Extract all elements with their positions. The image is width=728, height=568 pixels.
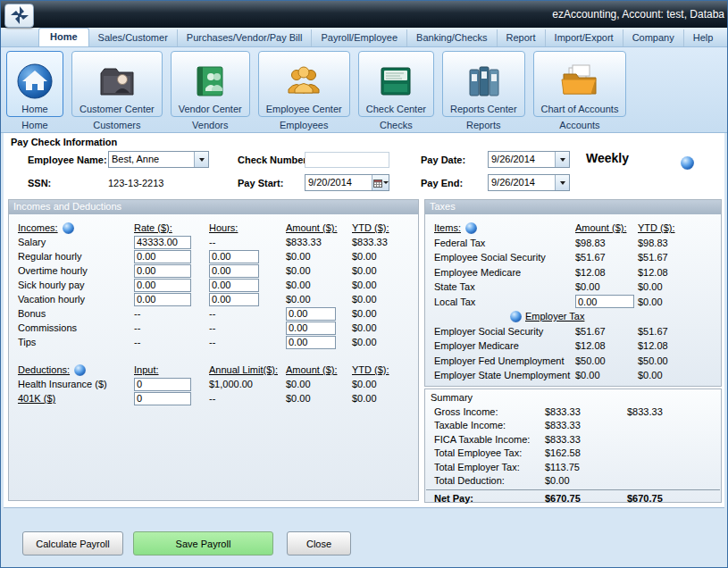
employees-icon (283, 63, 324, 102)
toolbar-button-title: Check Center (366, 104, 426, 114)
rate-value: -- (134, 322, 209, 333)
vendor-book-icon (189, 63, 230, 102)
employee-name-label: Employee Name: (28, 155, 107, 165)
rate-input[interactable] (134, 236, 191, 249)
employer-tax-header: Employer Tax (525, 311, 584, 322)
tab-report[interactable]: Report (498, 29, 546, 46)
amount-value: $0.00 (286, 280, 352, 290)
tax-row-employer-fed-unemployment: Employer Fed Unemployment $50.00 $50.00 (425, 354, 721, 369)
calculate-payroll-button[interactable]: Calculate Payroll (22, 531, 123, 555)
reports-center-button[interactable]: Reports Center (442, 51, 525, 117)
rate-header: Rate ($): (134, 222, 209, 233)
toolbar-button-title: Home (21, 104, 47, 114)
summary-label: Taxable Income: (434, 420, 545, 430)
deductions-help-icon[interactable] (74, 364, 86, 376)
hours-input[interactable] (209, 279, 259, 292)
chevron-down-icon[interactable] (555, 152, 569, 167)
pay-date-value: 9/26/2014 (489, 152, 555, 167)
income-row-salary: Salary -- $833.33 $833.33 (9, 235, 418, 249)
hours-header: Hours: (209, 222, 286, 233)
tab-company[interactable]: Company (623, 29, 684, 46)
rate-input[interactable] (134, 250, 191, 263)
app-menu-button[interactable] (4, 4, 34, 28)
rate-input[interactable] (134, 279, 191, 292)
vendor-center-button[interactable]: Vendor Center (171, 51, 250, 117)
close-button[interactable]: Close (287, 531, 351, 555)
toolbar-button-title: Reports Center (450, 104, 517, 114)
toolbar-button-title: Employee Center (266, 104, 342, 114)
local-tax-input[interactable] (575, 295, 634, 308)
incomes-help-icon[interactable] (63, 222, 74, 234)
taxes-help-icon[interactable] (465, 222, 477, 234)
amount-value: $50.00 (575, 355, 638, 366)
calendar-icon[interactable] (372, 175, 389, 190)
paycheck-help-icon[interactable] (681, 156, 694, 170)
deduction-label: 401K ($) (18, 393, 134, 404)
tab-import-export[interactable]: Import/Export (546, 29, 623, 46)
ytd-value: $670.75 (627, 493, 707, 504)
pay-date-select[interactable]: 9/26/2014 (488, 151, 570, 168)
check-center-button[interactable]: Check Center (358, 51, 434, 117)
income-row-vacation-hourly: Vacation hourly $0.00 $0.00 (9, 292, 418, 306)
customer-folder-icon (96, 63, 138, 102)
pay-end-select[interactable]: 9/26/2014 (488, 174, 570, 191)
title-bar: ezAccounting, Account: test, Databa (1, 1, 727, 28)
incomes-panel-title: Incomes and Deductions (9, 200, 418, 214)
chart-of-accounts-button[interactable]: Chart of Accounts (533, 51, 627, 117)
tab-payroll-employee[interactable]: Payroll/Employee (312, 29, 407, 46)
summary-row-gross-income: Gross Income: $833.33 $833.33 (425, 405, 721, 419)
income-row-regular-hourly: Regular hourly $0.00 $0.00 (9, 249, 418, 263)
hours-input[interactable] (209, 293, 259, 306)
amount-value: $0.00 (286, 251, 352, 262)
save-payroll-button[interactable]: Save Payroll (133, 531, 273, 555)
chevron-down-icon[interactable] (555, 175, 569, 190)
amount-header: Amount ($): (575, 222, 638, 233)
employee-name-value: Best, Anne (109, 152, 194, 167)
employer-tax-help-icon[interactable] (510, 311, 522, 322)
hours-input[interactable] (209, 250, 259, 263)
deduction-input[interactable] (134, 378, 191, 391)
tax-row-employee-ss: Employee Social Security $51.67 $51.67 (425, 250, 721, 265)
hours-input[interactable] (209, 264, 259, 278)
amount-value: $670.75 (545, 493, 627, 504)
ytd-value: $0.00 (638, 297, 714, 307)
amount-value: $51.67 (575, 326, 638, 337)
tab-banking-checks[interactable]: Banking/Checks (407, 29, 498, 46)
amount-value: $98.83 (575, 238, 638, 248)
summary-label: FICA Taxable Income: (434, 434, 545, 445)
rate-input[interactable] (134, 293, 191, 306)
home-button[interactable]: Home (6, 51, 63, 117)
amount-value: $0.00 (286, 265, 352, 276)
income-label: Vacation hourly (18, 294, 134, 305)
summary-label: Net Pay: (434, 493, 545, 504)
check-number-input[interactable] (305, 152, 389, 168)
amount-value: $833.33 (545, 406, 627, 417)
deductions-header: Deductions: (18, 364, 70, 375)
hours-value: -- (209, 337, 286, 347)
amount-value: $0.00 (545, 475, 627, 486)
customer-center-button[interactable]: Customer Center (71, 51, 163, 117)
employee-center-button[interactable]: Employee Center (258, 51, 350, 117)
toolbar-button-subtitle: Customers (93, 120, 140, 130)
tax-label: Local Tax (434, 297, 575, 307)
toolbar-chart-of-accounts: Chart of Accounts Accounts (533, 51, 627, 130)
home-icon (14, 63, 55, 102)
window-title: ezAccounting, Account: test, Databa (552, 8, 724, 21)
tab-sales-customer[interactable]: Sales/Customer (89, 29, 178, 46)
tab-purchases-vendor[interactable]: Purchases/Vendor/Pay Bill (178, 29, 313, 46)
chevron-down-icon[interactable] (194, 152, 208, 167)
pay-start-datepicker[interactable]: 9/20/2014 (305, 174, 389, 191)
deduction-input[interactable] (134, 392, 191, 405)
amount-input[interactable] (286, 336, 336, 349)
rate-input[interactable] (134, 264, 191, 278)
tax-label: State Tax (434, 281, 575, 292)
summary-row-total-employer-tax: Total Employer Tax: $113.75 (425, 460, 721, 474)
amount-input[interactable] (286, 307, 336, 321)
tax-label: Employer State Unemployment (434, 370, 575, 380)
tab-help[interactable]: Help (684, 29, 723, 46)
tab-home[interactable]: Home (38, 28, 89, 46)
amount-input[interactable] (286, 322, 336, 335)
toolbar-button-subtitle: Employees (280, 120, 328, 130)
tax-row-federal: Federal Tax $98.83 $98.83 (425, 236, 721, 251)
employee-name-select[interactable]: Best, Anne (108, 151, 209, 168)
